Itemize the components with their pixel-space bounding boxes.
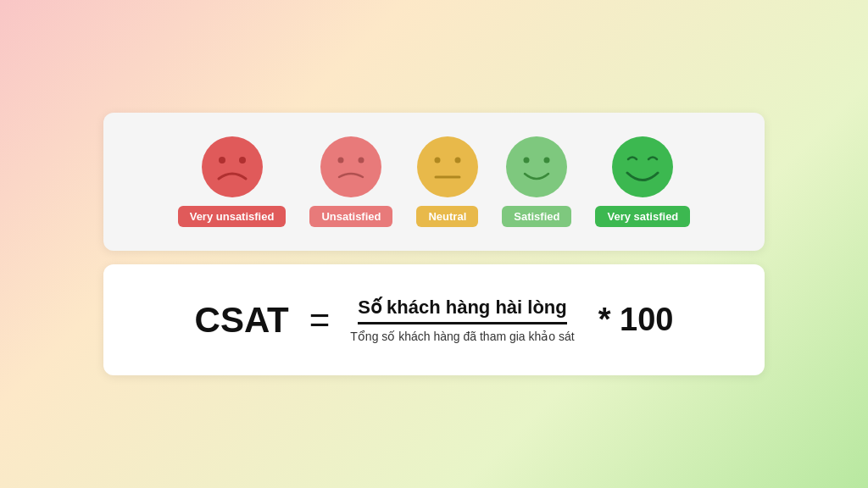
main-container: Very unsatisfied Unsatisfied — [103, 113, 765, 375]
face-unsatisfied — [320, 136, 381, 197]
label-unsatisfied: Unsatisfied — [309, 206, 392, 227]
svg-point-6 — [417, 136, 478, 197]
svg-point-12 — [544, 158, 550, 164]
label-very-satisfied: Very satisfied — [595, 206, 690, 227]
label-neutral: Neutral — [416, 206, 478, 227]
svg-point-8 — [454, 158, 460, 164]
formula-card: CSAT = Số khách hàng hài lòng Tổng số kh… — [103, 264, 765, 375]
rating-item-unsatisfied[interactable]: Unsatisfied — [309, 136, 392, 227]
svg-point-10 — [506, 136, 567, 197]
svg-point-0 — [202, 136, 263, 197]
rating-item-very-unsatisfied[interactable]: Very unsatisfied — [178, 136, 287, 227]
svg-point-4 — [338, 158, 344, 164]
rating-item-satisfied[interactable]: Satisfied — [502, 136, 571, 227]
face-very-satisfied — [612, 136, 673, 197]
fraction-denominator: Tổng số khách hàng đã tham gia khảo sát — [350, 326, 574, 343]
svg-point-1 — [219, 157, 225, 164]
multiply-100: * 100 — [598, 302, 674, 338]
ratings-card: Very unsatisfied Unsatisfied — [103, 113, 765, 251]
formula-content: CSAT = Số khách hàng hài lòng Tổng số kh… — [195, 297, 674, 343]
face-satisfied — [506, 136, 567, 197]
csat-label: CSAT — [195, 300, 289, 341]
svg-point-13 — [612, 136, 673, 197]
svg-point-2 — [239, 157, 246, 164]
svg-point-5 — [359, 158, 364, 164]
svg-point-11 — [524, 158, 530, 164]
face-neutral — [417, 136, 478, 197]
rating-item-neutral[interactable]: Neutral — [416, 136, 478, 227]
rating-item-very-satisfied[interactable]: Very satisfied — [595, 136, 690, 227]
svg-point-3 — [320, 136, 381, 197]
label-very-unsatisfied: Very unsatisfied — [178, 206, 287, 227]
label-satisfied: Satisfied — [502, 206, 571, 227]
fraction-numerator: Số khách hàng hài lòng — [358, 297, 566, 324]
equals-sign: = — [309, 300, 331, 341]
svg-point-7 — [434, 158, 440, 164]
face-very-unsatisfied — [202, 136, 263, 197]
fraction: Số khách hàng hài lòng Tổng số khách hàn… — [350, 297, 574, 343]
